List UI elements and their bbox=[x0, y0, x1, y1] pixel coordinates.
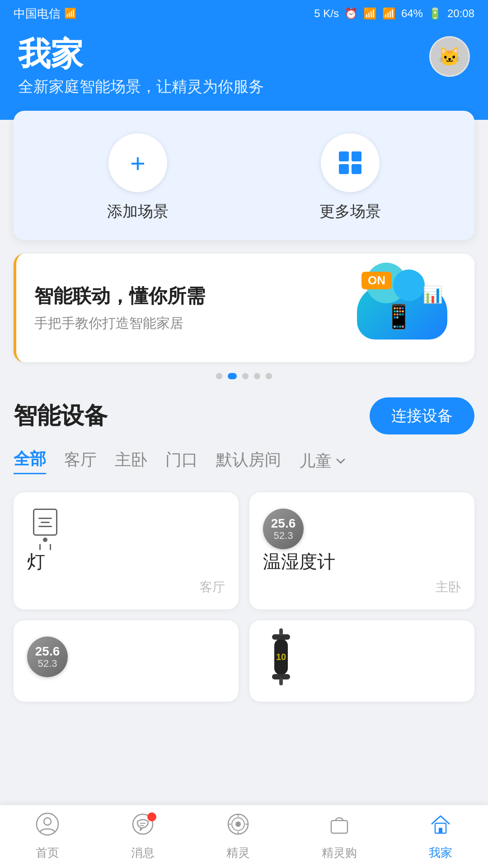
dot-2[interactable] bbox=[242, 373, 249, 379]
device-name-thermo1: 温湿度计 bbox=[263, 549, 461, 574]
room-filter-children[interactable]: 儿童 bbox=[299, 450, 347, 472]
svg-rect-18 bbox=[439, 828, 442, 833]
nav-genie[interactable]: 精灵 bbox=[226, 812, 250, 861]
on-badge: ON bbox=[361, 272, 392, 289]
message-badge bbox=[147, 812, 156, 821]
devices-title: 智能设备 bbox=[14, 400, 108, 432]
time-text: 20:08 bbox=[447, 7, 474, 20]
more-scenes-label: 更多场景 bbox=[319, 201, 381, 222]
grid-icon bbox=[337, 150, 363, 176]
network-speed: 5 K/s bbox=[314, 7, 339, 20]
banner-dots bbox=[14, 373, 474, 379]
header: 我家 全新家庭智能场景，让精灵为你服务 🐱 bbox=[0, 27, 488, 120]
more-scenes-button[interactable]: 更多场景 bbox=[319, 133, 381, 222]
dot-4[interactable] bbox=[266, 373, 272, 379]
status-right: 5 K/s ⏰ 📶 📶 64% 🔋 20:08 bbox=[314, 7, 474, 20]
nav-message[interactable]: 消息 bbox=[131, 812, 155, 861]
alarm-icon: ⏰ bbox=[344, 7, 358, 20]
status-bar: 中国电信 📶 5 K/s ⏰ 📶 📶 64% 🔋 20:08 bbox=[0, 0, 488, 27]
add-scene-button[interactable]: + 添加场景 bbox=[107, 133, 169, 222]
more-scenes-icon bbox=[321, 133, 380, 192]
nav-genie-label: 精灵 bbox=[226, 845, 250, 861]
banner-title: 智能联动，懂你所需 bbox=[34, 283, 357, 309]
banner[interactable]: 智能联动，懂你所需 手把手教你打造智能家居 ON 📱 📊 bbox=[14, 254, 474, 362]
device-icon-band: 10 bbox=[263, 637, 461, 677]
shop-icon bbox=[328, 812, 351, 841]
banner-text: 智能联动，懂你所需 手把手教你打造智能家居 bbox=[34, 283, 357, 333]
device-name-light: 灯 bbox=[27, 549, 225, 574]
connect-device-button[interactable]: 连接设备 bbox=[370, 397, 474, 434]
device-room-light: 客厅 bbox=[27, 579, 225, 596]
nav-home-label: 首页 bbox=[36, 845, 59, 861]
dot-3[interactable] bbox=[254, 373, 260, 379]
room-filter-living[interactable]: 客厅 bbox=[64, 449, 97, 474]
myhome-icon bbox=[429, 812, 452, 841]
home-icon bbox=[36, 812, 59, 841]
add-scene-label: 添加场景 bbox=[107, 201, 169, 222]
avatar[interactable]: 🐱 bbox=[429, 36, 470, 77]
carrier-text: 中国电信 bbox=[14, 6, 61, 22]
header-text: 我家 全新家庭智能场景，让精灵为你服务 bbox=[18, 36, 264, 97]
banner-desc: 手把手教你打造智能家居 bbox=[34, 314, 357, 333]
room-filter: 全部 客厅 主卧 门口 默认房间 儿童 bbox=[14, 448, 474, 479]
nav-myhome-label: 我家 bbox=[429, 845, 452, 861]
status-left: 中国电信 📶 bbox=[14, 6, 76, 22]
device-grid: 灯 客厅 25.6 52.3 温湿度计 主卧 25.6 52.3 bbox=[14, 492, 474, 702]
devices-section: 智能设备 连接设备 全部 客厅 主卧 门口 默认房间 儿童 bbox=[14, 397, 474, 702]
genie-icon bbox=[226, 812, 250, 841]
banner-image: ON 📱 📊 bbox=[357, 272, 456, 344]
battery-text: 64% bbox=[401, 7, 423, 20]
svg-rect-2 bbox=[339, 164, 349, 174]
wifi-icon: 📶 bbox=[363, 7, 377, 20]
svg-rect-3 bbox=[352, 164, 361, 174]
room-filter-bedroom[interactable]: 主卧 bbox=[115, 449, 147, 474]
room-filter-all[interactable]: 全部 bbox=[14, 448, 46, 474]
svg-point-11 bbox=[235, 821, 241, 827]
svg-rect-0 bbox=[339, 151, 349, 161]
add-scene-icon: + bbox=[108, 133, 167, 192]
device-card-light[interactable]: 灯 客厅 bbox=[14, 492, 239, 609]
dot-1[interactable] bbox=[228, 373, 237, 379]
room-filter-default[interactable]: 默认房间 bbox=[216, 449, 281, 474]
svg-rect-1 bbox=[352, 151, 361, 161]
svg-rect-16 bbox=[331, 821, 347, 833]
device-icon-thermo1: 25.6 52.3 bbox=[263, 509, 461, 549]
bottom-nav: 首页 消息 精灵 bbox=[0, 805, 488, 868]
page-title: 我家 bbox=[18, 36, 264, 72]
scene-card: + 添加场景 更多场景 bbox=[14, 111, 474, 240]
signal-icon: 📶 bbox=[382, 7, 396, 20]
device-icon-light bbox=[27, 509, 225, 549]
device-card-thermo1[interactable]: 25.6 52.3 温湿度计 主卧 bbox=[249, 492, 474, 609]
nav-message-label: 消息 bbox=[131, 845, 155, 861]
header-subtitle: 全新家庭智能场景，让精灵为你服务 bbox=[18, 76, 264, 97]
device-room-thermo1: 主卧 bbox=[263, 579, 461, 596]
chevron-down-icon bbox=[334, 455, 347, 467]
nav-home[interactable]: 首页 bbox=[36, 812, 59, 861]
device-card-band[interactable]: 10 bbox=[249, 620, 474, 702]
nav-shop-label: 精灵购 bbox=[322, 845, 357, 861]
device-icon-thermo2: 25.6 52.3 bbox=[27, 637, 225, 677]
room-filter-door[interactable]: 门口 bbox=[165, 449, 198, 474]
banner-wrapper: 智能联动，懂你所需 手把手教你打造智能家居 ON 📱 📊 bbox=[14, 254, 474, 379]
svg-point-5 bbox=[44, 818, 51, 825]
dot-0[interactable] bbox=[216, 373, 222, 379]
carrier-icon: 📶 bbox=[64, 8, 76, 19]
battery-icon: 🔋 bbox=[428, 7, 442, 20]
nav-myhome[interactable]: 我家 bbox=[429, 812, 452, 861]
devices-header: 智能设备 连接设备 bbox=[14, 397, 474, 434]
device-card-thermo2[interactable]: 25.6 52.3 bbox=[14, 620, 239, 702]
nav-shop[interactable]: 精灵购 bbox=[322, 812, 357, 861]
